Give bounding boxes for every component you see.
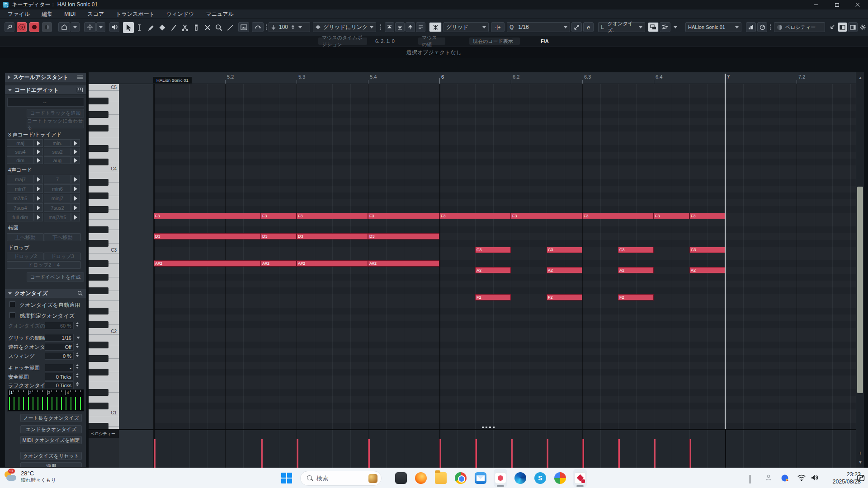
tetrad-maj7-button[interactable]: maj7 [7,175,34,183]
tray-person-icon[interactable] [765,474,772,488]
scroll-down-button[interactable]: ▼ [856,458,864,467]
lane-resize-handle[interactable] [482,427,497,428]
taskbar-app-file-explorer[interactable] [434,469,448,487]
event-colors-field[interactable]: ベロシティー [774,22,825,32]
midi-note[interactable]: A#2 [261,260,297,267]
swing-field[interactable]: 0 % [45,352,74,360]
triad-dim-button[interactable]: dim [7,156,34,164]
menu-edit[interactable]: 編集 [36,9,58,19]
audition-button[interactable] [109,22,119,32]
black-key[interactable] [89,342,108,348]
white-key[interactable] [89,375,119,382]
setup-toolbar-gear-button[interactable] [859,22,867,32]
move-up-button[interactable]: 上へ移動 [7,233,44,241]
solo-button[interactable]: S [17,22,27,32]
triad-sus4-button[interactable]: sus4 [7,148,34,155]
white-key[interactable] [89,118,119,125]
white-key[interactable] [89,152,119,159]
taskbar-app-recorder-app[interactable] [494,469,507,487]
taskbar-app-terminal-app[interactable] [394,469,408,487]
white-key[interactable] [89,253,119,260]
draw-tool[interactable] [146,22,156,33]
match-chord-track-button[interactable]: コードトラックに合わせる [27,120,84,128]
menu-window[interactable]: ウィンドウ [160,9,200,19]
line-tool[interactable] [225,22,236,33]
midi-note[interactable]: F3 [654,213,689,219]
taskbar-app-cubase[interactable] [573,469,587,487]
midi-note[interactable]: D3 [261,233,297,239]
midi-note[interactable]: F3 [439,213,511,219]
midi-note[interactable]: F2 [475,294,511,300]
midi-note[interactable]: F3 [154,213,261,219]
quantize-header[interactable]: クオンタイズ [5,289,86,298]
toolbar-options-kebab[interactable] [769,22,772,32]
glue-tool[interactable] [191,22,202,33]
snap-toggle-button[interactable] [429,22,442,32]
midi-note[interactable]: C3 [475,247,511,253]
rough-quantize-stepper[interactable] [76,382,79,386]
auto-scroll-button[interactable] [84,22,96,32]
volume-icon[interactable] [811,474,819,488]
tetrad-7sus4-voicing-arrow[interactable] [34,203,43,212]
tetrad-7sus2-voicing-arrow[interactable] [71,203,80,212]
safe-range-field[interactable]: 0 Ticks [45,373,74,380]
midi-note[interactable]: D3 [368,233,439,239]
midi-note[interactable]: F3 [582,213,654,219]
tetrad-full-dim-voicing-arrow[interactable] [34,213,43,221]
grid-spacing-dropdown-icon[interactable] [76,337,80,339]
midi-note[interactable]: A2 [689,267,725,273]
nudge-end-right-button[interactable] [416,22,425,32]
white-key[interactable] [89,131,119,138]
snap-type-field[interactable]: グリッド [443,22,489,32]
freeze-quantize-button[interactable]: e [583,22,594,32]
midi-note[interactable]: F3 [511,213,582,219]
triad-sus4-voicing-arrow[interactable] [34,148,43,155]
velocity-bar[interactable] [475,439,477,468]
reset-quantize-button[interactable]: クオンタイズをリセット [20,452,82,460]
midi-note[interactable]: F3 [261,213,297,219]
midi-note[interactable]: A2 [475,267,511,273]
tetrad-min7-button[interactable]: min7 [7,184,34,193]
white-key[interactable] [89,186,119,192]
white-key[interactable] [89,382,119,389]
midi-note[interactable]: D3 [297,233,368,239]
length-quantize-field[interactable]: L クオンタイズ. [598,22,645,32]
show-left-zone-button[interactable] [838,22,847,32]
triad-maj-button[interactable]: maj [7,139,34,147]
insert-velocity-field[interactable]: 100 [269,22,310,32]
triad-aug-button[interactable]: aug [44,156,71,164]
midi-note[interactable]: C3 [547,247,582,253]
minimize-button[interactable] [806,0,826,9]
tetrad-7-button[interactable]: 7 [44,175,71,183]
grid-overlay-button[interactable] [746,22,756,32]
tetrad-minj7-voicing-arrow[interactable] [71,194,80,202]
part-mode-dropdown[interactable] [671,22,679,32]
vertical-scrollbar[interactable]: ▲ + ▼ [856,72,864,468]
black-key[interactable] [89,159,108,165]
midi-note[interactable]: F2 [618,294,654,300]
menu-manual[interactable]: マニュアル [200,9,239,19]
start-button[interactable] [281,473,293,484]
white-key[interactable] [89,104,119,111]
iterative-quantize-button[interactable] [571,22,582,32]
white-key[interactable] [89,220,119,226]
scroll-up-button[interactable]: ▲ [856,73,864,82]
tetrad-min6-button[interactable]: min6 [44,184,71,193]
triad-maj-voicing-arrow[interactable] [34,139,43,147]
drop2-button[interactable]: ドロップ2 [7,253,44,260]
triad-sus2-button[interactable]: sus2 [44,148,71,155]
tuplet-field[interactable]: Off [45,343,74,351]
menu-transport[interactable]: トランスポート [110,9,160,19]
midi-note[interactable]: F3 [297,213,368,219]
scrollbar-thumb[interactable] [857,187,863,393]
black-key[interactable] [89,145,108,152]
midi-note[interactable]: C3 [689,247,725,253]
piano-keyboard[interactable]: C5C4C3C2C1 [89,84,119,429]
white-key[interactable] [89,301,119,308]
white-key[interactable] [89,267,119,274]
triad-aug-voicing-arrow[interactable] [71,156,80,164]
tetrad-min6-voicing-arrow[interactable] [71,184,80,193]
tray-app-icon[interactable] [781,474,789,488]
do-not-disturb-icon[interactable] [857,474,865,488]
split-tool[interactable] [179,22,190,33]
